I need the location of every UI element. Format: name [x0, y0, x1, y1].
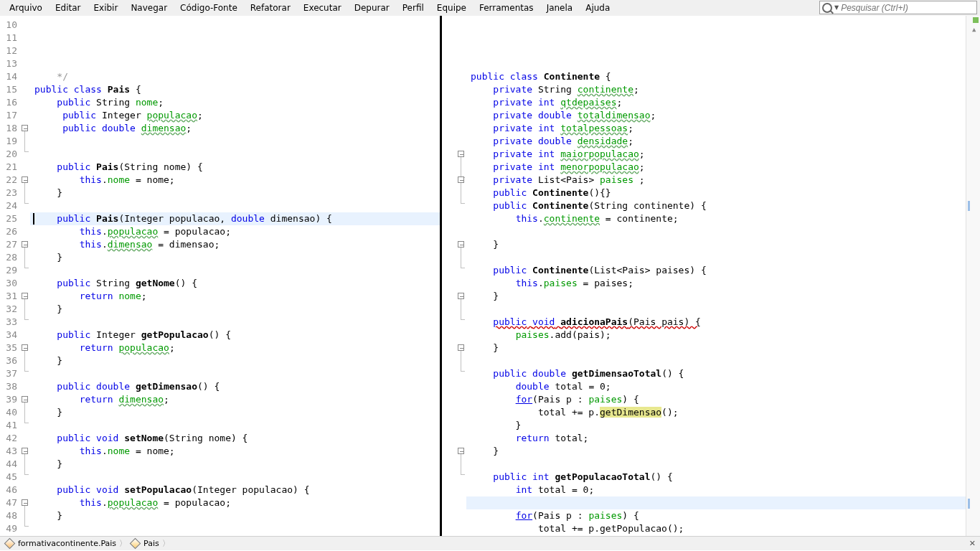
menu-ferramentas[interactable]: Ferramentas — [473, 1, 540, 14]
code-area-right[interactable]: public class Continente { private String… — [466, 16, 966, 536]
marker[interactable] — [968, 499, 970, 509]
menu-exibir[interactable]: Exibir — [87, 1, 124, 14]
status-ok-icon — [973, 17, 979, 23]
menu-código-fonte[interactable]: Código-Fonte — [174, 1, 244, 14]
menu-depurar[interactable]: Depurar — [348, 1, 396, 14]
menu-equipe[interactable]: Equipe — [430, 1, 473, 14]
fold-toggle[interactable] — [22, 499, 28, 506]
fold-toggle[interactable] — [22, 448, 28, 454]
search-input[interactable] — [841, 3, 976, 13]
search-icon — [822, 3, 832, 13]
fold-toggle[interactable] — [22, 241, 28, 248]
class-icon — [130, 538, 141, 550]
fold-toggle[interactable] — [22, 125, 28, 131]
fold-toggle[interactable] — [22, 396, 28, 402]
breadcrumb-class[interactable]: Pais — [143, 539, 159, 548]
menu-perfil[interactable]: Perfil — [396, 1, 430, 14]
close-icon[interactable]: ✕ — [969, 539, 976, 548]
fold-toggle[interactable] — [22, 176, 28, 183]
chevron-down-icon[interactable]: ▼ — [834, 4, 839, 11]
marker[interactable] — [968, 201, 970, 211]
editor-workspace: 1011121314151617181920212223242526272829… — [0, 16, 980, 536]
code-area-left[interactable]: */public class Pais { public String nome… — [30, 16, 440, 536]
fold-toggle[interactable] — [458, 448, 464, 454]
fold-toggle[interactable] — [22, 344, 28, 351]
menu-navegar[interactable]: Navegar — [124, 1, 174, 14]
fold-toggle[interactable] — [458, 176, 464, 183]
editor-pane-left: 1011121314151617181920212223242526272829… — [0, 16, 440, 536]
menu-arquivo[interactable]: Arquivo — [3, 1, 49, 14]
editor-pane-right: public class Continente { private String… — [442, 16, 980, 536]
fold-toggle[interactable] — [458, 241, 464, 248]
line-numbers-right — [442, 16, 456, 536]
breadcrumb-package[interactable]: formativacontinente.Pais — [18, 539, 116, 548]
menu-editar[interactable]: Editar — [49, 1, 88, 14]
menu-refatorar[interactable]: Refatorar — [244, 1, 297, 14]
fold-gutter-right[interactable] — [456, 16, 466, 536]
search-box[interactable]: ▼ — [819, 1, 977, 14]
fold-toggle[interactable] — [458, 293, 464, 299]
error-stripe[interactable]: ▲ — [966, 16, 980, 536]
breadcrumb-bar: formativacontinente.Pais 〉 Pais 〉 ✕ — [0, 536, 980, 550]
fold-gutter-left[interactable] — [20, 16, 30, 536]
chevron-right-icon: 〉 — [119, 538, 127, 549]
text-caret — [33, 213, 34, 225]
chevron-right-icon: 〉 — [162, 538, 170, 549]
fold-toggle[interactable] — [458, 344, 464, 351]
menu-bar: ArquivoEditarExibirNavegarCódigo-FonteRe… — [0, 0, 980, 16]
menu-ajuda[interactable]: Ajuda — [579, 1, 616, 14]
fold-toggle[interactable] — [22, 293, 28, 299]
package-icon — [4, 538, 16, 550]
fold-toggle[interactable] — [458, 151, 464, 157]
menu-executar[interactable]: Executar — [297, 1, 348, 14]
line-numbers-left: 1011121314151617181920212223242526272829… — [0, 16, 20, 536]
chevron-up-icon[interactable]: ▲ — [972, 26, 976, 33]
menu-janela[interactable]: Janela — [540, 1, 580, 14]
